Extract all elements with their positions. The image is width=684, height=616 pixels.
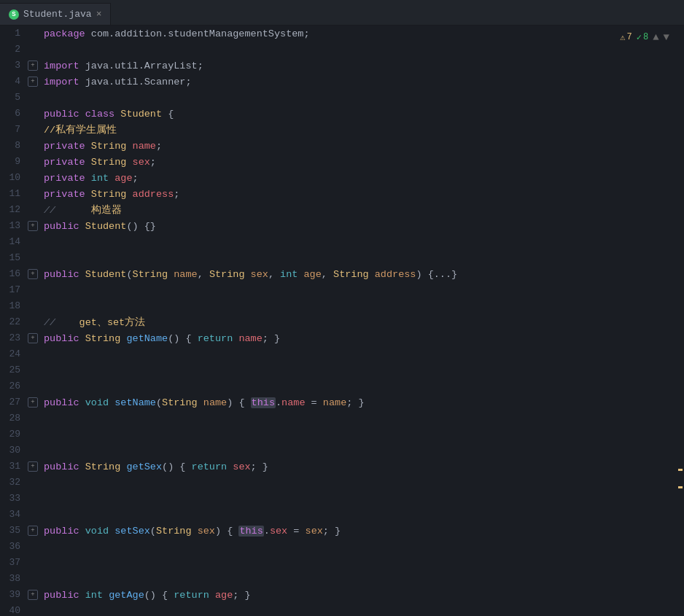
token-type: String (85, 333, 127, 344)
line-number: 22 (0, 314, 28, 330)
fold-button[interactable]: + (28, 77, 38, 87)
fold-button[interactable]: + (28, 269, 38, 279)
gutter-line-34: 34 (0, 507, 38, 523)
token-kw2: return (174, 590, 215, 601)
token-kw: import (44, 77, 85, 87)
line-number: 35 (0, 523, 28, 539)
tab-label: Student.java (23, 9, 92, 20)
fold-button[interactable]: + (28, 61, 38, 71)
token-punc: ( (156, 397, 162, 408)
warning-badge: ⚠ 7 (620, 32, 631, 43)
token-param: sex (306, 526, 323, 537)
code-line-38 (41, 571, 684, 587)
tab-file-icon: S (9, 9, 19, 20)
token-kw2: return (198, 333, 239, 344)
code-line-31: public String getSex() { return sex; } (41, 459, 684, 475)
token-var: sex (270, 526, 287, 537)
tab-close-button[interactable]: × (96, 9, 102, 20)
nav-up-button[interactable]: ▲ (653, 31, 658, 43)
code-editor[interactable]: package com.addition.studentManagementSy… (38, 26, 684, 616)
token-kw: class (85, 109, 121, 120)
code-line-10: private int age; (41, 170, 684, 186)
token-kw: public (44, 526, 85, 537)
fold-button[interactable]: + (28, 590, 38, 600)
line-number: 31 (0, 459, 28, 475)
tab-student-java[interactable]: S Student.java × (0, 3, 111, 25)
gutter-line-14: 14 (0, 234, 38, 250)
token-punc: ; (174, 189, 179, 200)
code-line-12: // 构造器 (41, 202, 684, 218)
fold-button[interactable]: + (28, 397, 38, 408)
gutter-line-12: 12 (0, 202, 38, 218)
token-punc: ) { (215, 526, 238, 537)
token-kw2: int (85, 590, 109, 601)
code-line-9: private String sex; (41, 154, 684, 170)
token-var: name (281, 397, 305, 408)
code-line-15 (41, 250, 684, 266)
gutter-line-1: 1 (0, 26, 38, 42)
token-pkg: java.util.Scanner; (85, 77, 192, 87)
code-line-39: public int getAge() { return age; } (41, 587, 684, 603)
token-punc: { (168, 109, 174, 120)
token-punc: ) {...} (416, 269, 457, 280)
token-var: age (114, 173, 132, 184)
token-punc: ; } (323, 526, 341, 537)
line-number: 28 (0, 410, 28, 426)
code-line-28 (41, 410, 684, 426)
gutter-line-39: 39+ (0, 587, 38, 603)
token-punc: ; (156, 141, 162, 152)
token-type: Student (85, 269, 127, 280)
gutter-line-23: 23+ (0, 330, 38, 346)
token-kw: import (44, 61, 85, 71)
code-line-25 (41, 362, 684, 378)
gutter-line-2: 2 (0, 42, 38, 58)
code-line-35: public void setSex(String sex) { this.se… (41, 523, 684, 539)
code-line-37 (41, 555, 684, 571)
token-kw: public (44, 109, 85, 120)
line-number: 27 (0, 394, 28, 410)
fold-button[interactable]: + (28, 221, 38, 231)
code-line-40 (41, 603, 684, 616)
ok-icon: ✓ (637, 32, 642, 43)
line-number: 17 (0, 282, 28, 298)
token-param: sex (198, 526, 215, 537)
fold-button[interactable]: + (28, 333, 38, 343)
fold-button[interactable]: + (28, 461, 38, 472)
line-number: 11 (0, 186, 28, 202)
line-number: 32 (0, 475, 28, 491)
token-pkg: com.addition.studentManagementSystem; (91, 28, 310, 39)
token-punc: ; } (346, 397, 364, 408)
line-number: 38 (0, 571, 28, 587)
token-punc: ; } (263, 333, 280, 344)
token-type: String (91, 189, 133, 200)
code-line-4: import java.util.Scanner; (41, 74, 684, 90)
nav-down-button[interactable]: ▼ (664, 31, 669, 43)
scroll-overview[interactable] (677, 26, 684, 616)
token-param: name (174, 269, 197, 280)
gutter-line-13: 13+ (0, 218, 38, 234)
gutter-line-24: 24 (0, 346, 38, 362)
gutter-line-17: 17 (0, 282, 38, 298)
gutter-line-11: 11 (0, 186, 38, 202)
token-fn: setName (114, 397, 156, 408)
line-number: 34 (0, 507, 28, 523)
gutter-line-35: 35+ (0, 523, 38, 539)
code-line-14 (41, 234, 684, 250)
token-punc (55, 205, 91, 216)
line-number: 29 (0, 426, 28, 442)
warning-count: 7 (627, 32, 632, 42)
token-var: sex (233, 461, 250, 472)
code-line-27: public void setName(String name) { this.… (41, 394, 684, 410)
token-comment: // (44, 317, 55, 328)
token-fn: getSex (126, 461, 162, 472)
token-punc: () {} (126, 221, 156, 232)
line-number: 4 (0, 74, 28, 90)
line-number: 18 (0, 298, 28, 314)
fold-button[interactable]: + (28, 526, 38, 536)
gutter-line-10: 10 (0, 170, 38, 186)
code-line-29 (41, 426, 684, 442)
line-number-gutter: 123+4+5678910111213+141516+17182223+2425… (0, 26, 38, 616)
token-type: String (156, 526, 198, 537)
line-number: 40 (0, 603, 28, 616)
token-kw: public (44, 269, 85, 280)
